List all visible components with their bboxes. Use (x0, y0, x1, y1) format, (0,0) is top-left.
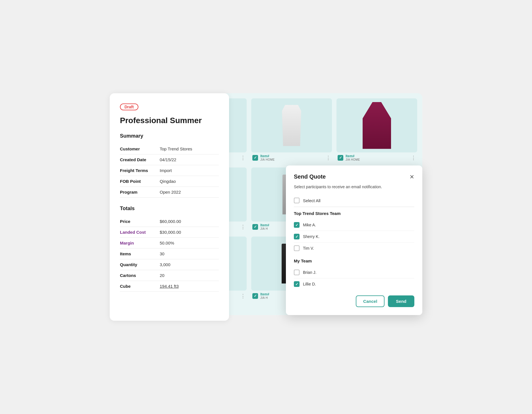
summary-value: 04/15/22 (160, 154, 219, 165)
summary-label: Program (120, 187, 160, 198)
totals-label: Margin (120, 238, 160, 249)
summary-row: Created Date04/15/22 (120, 154, 219, 165)
cube-value: 194.41 ft3 (160, 284, 179, 289)
product-info: Item# JIA HOME (346, 154, 409, 161)
totals-value: $60,000.00 (160, 216, 219, 227)
summary-section-title: Summary (120, 133, 219, 139)
summary-label: Created Date (120, 154, 160, 165)
totals-label: Landed Cost (120, 227, 160, 238)
summary-row: Freight TermsImport (120, 165, 219, 176)
product-menu-dots[interactable]: ⋮ (240, 293, 246, 299)
summary-label: Freight Terms (120, 165, 160, 176)
modal-subtitle: Select participants to receive an email … (294, 185, 414, 189)
summary-label: Customer (120, 144, 160, 154)
product-info: Item# JIA HOME (260, 154, 323, 161)
cancel-button[interactable]: Cancel (356, 295, 385, 307)
product-brand: JIA HOME (346, 158, 409, 161)
totals-row: Items30 (120, 249, 219, 259)
totals-row: Cartons20 (120, 270, 219, 281)
summary-value: Open 2022 (160, 187, 219, 198)
teams-container: Top Trend Stores Team Mike A. Sherry K. … (294, 211, 414, 290)
totals-value: 50.00% (160, 238, 219, 249)
product-checkbox[interactable] (338, 155, 343, 161)
participant-label: Sherry K. (303, 234, 319, 239)
totals-value: $30,000.00 (160, 227, 219, 238)
participant-row[interactable]: Tim V. (294, 243, 414, 254)
totals-label: Cube (120, 281, 160, 292)
summary-table: CustomerTop Trend StoresCreated Date04/1… (120, 144, 219, 198)
totals-row: Cube194.41 ft3 (120, 281, 219, 292)
product-footer: Item# JIA HOME ⋮ (336, 152, 417, 163)
summary-row: FOB PointQingdao (120, 176, 219, 187)
send-quote-modal: Send Quote ✕ Select participants to rece… (286, 165, 422, 315)
totals-row: Margin50.00% (120, 238, 219, 249)
summary-value: Top Trend Stores (160, 144, 219, 154)
product-image (251, 98, 332, 152)
totals-section-title: Totals (120, 206, 219, 212)
summary-value: Import (160, 165, 219, 176)
product-checkbox[interactable] (252, 293, 258, 299)
modal-footer: Cancel Send (294, 295, 414, 307)
select-all-checkbox[interactable] (294, 198, 300, 203)
participant-row[interactable]: Sherry K. (294, 231, 414, 243)
participant-label: Tim V. (303, 246, 314, 251)
close-button[interactable]: ✕ (410, 174, 414, 180)
participant-label: Brian J. (303, 270, 316, 275)
product-menu-dots[interactable]: ⋮ (411, 155, 416, 161)
totals-label: Items (120, 249, 160, 259)
participant-checkbox[interactable] (294, 245, 300, 251)
modal-title: Send Quote (294, 173, 326, 180)
totals-row: Price$60,000.00 (120, 216, 219, 227)
product-item: Item# JIA HOME ⋮ (249, 96, 334, 165)
product-item: Item# JIA HOME ⋮ (334, 96, 419, 165)
quote-title: Professional Summer (120, 116, 219, 125)
product-checkbox[interactable] (252, 155, 258, 161)
product-checkbox[interactable] (252, 224, 258, 230)
product-footer: Item# JIA HOME ⋮ (251, 152, 332, 163)
summary-row: CustomerTop Trend Stores (120, 144, 219, 154)
team-name: My Team (294, 258, 414, 263)
totals-value: 30 (160, 249, 219, 259)
product-item-number: Item# (346, 154, 409, 158)
product-menu-dots[interactable]: ⋮ (326, 155, 331, 161)
modal-header: Send Quote ✕ (294, 173, 414, 180)
participant-row[interactable]: Lillie D. (294, 278, 414, 290)
totals-value: 20 (160, 270, 219, 281)
totals-table: Price$60,000.00Landed Cost$30,000.00Marg… (120, 216, 219, 292)
participant-checkbox[interactable] (294, 222, 300, 228)
product-menu-dots[interactable]: ⋮ (240, 155, 246, 161)
left-panel: Draft Professional Summer Summary Custom… (110, 93, 229, 321)
team-group: Top Trend Stores Team Mike A. Sherry K. … (294, 211, 414, 254)
totals-label: Price (120, 216, 160, 227)
draft-badge: Draft (120, 104, 138, 110)
summary-label: FOB Point (120, 176, 160, 187)
totals-label: Quantity (120, 259, 160, 270)
summary-row: ProgramOpen 2022 (120, 187, 219, 198)
participant-checkbox[interactable] (294, 234, 300, 239)
totals-value: 194.41 ft3 (160, 281, 219, 292)
totals-row: Quantity3,000 (120, 259, 219, 270)
send-button[interactable]: Send (388, 295, 414, 307)
product-brand: JIA HOME (260, 158, 323, 161)
product-menu-dots[interactable]: ⋮ (240, 224, 246, 230)
totals-row: Landed Cost$30,000.00 (120, 227, 219, 238)
select-all-label: Select All (303, 198, 321, 203)
totals-label: Cartons (120, 270, 160, 281)
team-group: My Team Brian J. Lillie D. (294, 258, 414, 290)
participant-label: Mike A. (303, 223, 316, 227)
participant-label: Lillie D. (303, 282, 316, 286)
team-name: Top Trend Stores Team (294, 211, 414, 216)
select-all-row[interactable]: Select All (294, 194, 414, 207)
product-item-number: Item# (260, 154, 323, 158)
totals-value: 3,000 (160, 259, 219, 270)
participant-row[interactable]: Brian J. (294, 267, 414, 278)
participant-row[interactable]: Mike A. (294, 219, 414, 231)
product-image (336, 98, 417, 152)
main-container: Draft Professional Summer Summary Custom… (110, 93, 422, 321)
participant-checkbox[interactable] (294, 270, 300, 275)
summary-value: Qingdao (160, 176, 219, 187)
participant-checkbox[interactable] (294, 281, 300, 287)
